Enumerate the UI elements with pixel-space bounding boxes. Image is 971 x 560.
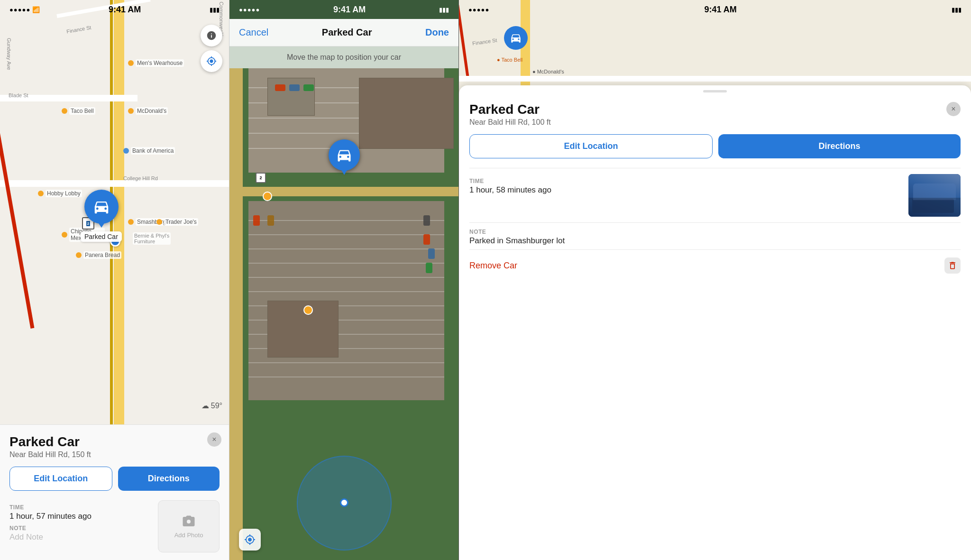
time-value-3: 1 hour, 58 minutes ago (469, 185, 902, 195)
aerial-car-marker (329, 139, 360, 171)
clock-2: 9:41 AM (333, 5, 366, 15)
remove-car-row[interactable]: Remove Car (469, 249, 961, 281)
note-value-3: Parked in Smashburger lot (469, 236, 961, 246)
aerial-car-icon (336, 147, 353, 164)
aerial-top-bar: Cancel Parked Car Done (229, 19, 458, 46)
detail-card-actions: Edit Location Directions (469, 134, 961, 158)
aerial-building-1 (359, 78, 454, 149)
locate-icon-aerial (244, 534, 256, 545)
aerial-poi-2 (303, 305, 313, 315)
small-car-1 (275, 84, 285, 91)
poi-mens-wearhouse: Men's Wearhouse (128, 59, 184, 67)
directions-button-1[interactable]: Directions (118, 467, 220, 491)
poi-trader-joes: Trader Joe's (156, 218, 198, 226)
signal-dots: ●●●●● (9, 6, 30, 13)
note-label-3: NOTE (469, 229, 961, 235)
info-icon (206, 30, 217, 41)
detail-card-title: Parked Car (469, 102, 961, 117)
small-car-8 (428, 248, 435, 259)
aerial-building-2 (267, 78, 315, 116)
small-car-4 (253, 215, 260, 226)
info-button[interactable] (201, 25, 222, 46)
mini-car-icon (510, 32, 522, 44)
signal-3: ●●●●● (468, 6, 489, 13)
car-roof (913, 184, 956, 200)
signal-2: ●●●●● (239, 6, 260, 13)
camera-icon (182, 514, 196, 529)
card-subtitle-1: Near Bald Hill Rd, 150 ft (9, 450, 220, 459)
small-car-2 (289, 84, 300, 91)
label-finance-st: Finance St (66, 25, 92, 35)
time-label-1: TIME (9, 504, 152, 511)
aerial-road-sign: 2 (256, 173, 266, 183)
note-section: NOTE Parked in Smashburger lot (469, 229, 961, 246)
battery-2: ▮▮▮ (439, 6, 449, 13)
card-actions-1: Edit Location Directions (9, 467, 220, 491)
locate-button-1[interactable] (201, 50, 222, 72)
poi-bank-of-america: Bank of America (123, 147, 175, 155)
separator-1 (469, 168, 961, 168)
aerial-title: Parked Car (322, 27, 372, 38)
small-car-6 (423, 215, 430, 226)
locate-button-aerial[interactable] (239, 529, 261, 551)
parked-car-label: Parked Car (81, 231, 122, 242)
detail-card-content: × Parked Car Near Bald Hill Rd, 100 ft E… (459, 102, 971, 292)
panel-detail: ●●●●● 9:41 AM ▮▮▮ Finance St ● Taco Bell… (459, 0, 971, 560)
car-body-detail (912, 199, 954, 213)
label-gundway: Gundway Ave (6, 38, 12, 70)
detail-card-p3: × Parked Car Near Bald Hill Rd, 100 ft E… (459, 85, 971, 560)
status-bar-1: ●●●●● 📶 9:41 AM ▮▮▮ (0, 0, 229, 19)
road-college-hill (0, 180, 229, 187)
note-label-1: NOTE (9, 525, 152, 532)
panel-aerial-map: ●●●●● 9:41 AM ▮▮▮ Cancel Parked Car Done… (229, 0, 459, 560)
clock-3: 9:41 AM (704, 5, 736, 15)
handle-area (459, 85, 971, 102)
drag-handle (703, 90, 727, 92)
edit-location-button-1[interactable]: Edit Location (9, 467, 112, 491)
close-button-3[interactable]: × (946, 102, 961, 116)
battery-icon: ▮▮▮ (210, 6, 220, 13)
small-car-9 (426, 263, 432, 273)
poi-hobby-lobby: Hobby Lobby (38, 190, 82, 197)
aerial-map-view[interactable]: 2 (229, 68, 458, 560)
aerial-hint: Move the map to position your car (229, 46, 458, 68)
map-view-1[interactable]: Finance St Blade St College Hill Rd Gund… (0, 0, 229, 424)
car-marker-1[interactable] (84, 190, 119, 224)
separator-2 (469, 222, 961, 223)
trash-icon-button[interactable] (944, 257, 961, 274)
gps-dot (340, 498, 348, 507)
edit-location-button-3[interactable]: Edit Location (469, 134, 713, 158)
label-college-hill: College Hill Rd (123, 175, 158, 181)
cancel-button-aerial[interactable]: Cancel (239, 27, 268, 38)
status-bar-3: ●●●●● 9:41 AM ▮▮▮ (459, 0, 971, 19)
time-photo-row: TIME 1 hour, 58 minutes ago (469, 174, 961, 217)
small-car-3 (303, 84, 314, 91)
mini-mcdonalds: ● McDonald's (532, 69, 564, 74)
done-button-aerial[interactable]: Done (425, 27, 449, 38)
label-blade: Blade St (9, 92, 28, 98)
add-photo-button[interactable]: Add Photo (158, 500, 220, 552)
mini-taco-bell: ● Taco Bell (497, 57, 522, 63)
signal-area: ●●●●● 📶 (9, 6, 40, 13)
cloud-icon: ☁ (202, 401, 209, 410)
add-photo-label: Add Photo (174, 532, 203, 539)
poi-panera: Panera Bread (76, 251, 121, 259)
directions-button-3[interactable]: Directions (718, 134, 961, 158)
aerial-building-3 (267, 301, 339, 358)
time-value-1: 1 hour, 57 minutes ago (9, 512, 152, 521)
poi-bernie-phyls: Bernie & Phyl'sFurniture (133, 232, 171, 245)
note-value-1[interactable]: Add Note (9, 532, 152, 542)
weather-badge: ☁ 59° (202, 401, 222, 410)
car-photo[interactable] (908, 174, 961, 217)
card-title-1: Parked Car (9, 434, 220, 450)
detail-card-subtitle: Near Bald Hill Rd, 100 ft (469, 118, 961, 127)
trash-icon (948, 261, 957, 270)
card-info-1: TIME 1 hour, 57 minutes ago NOTE Add Not… (9, 500, 220, 552)
poi-mcdonalds: McDonald's (128, 107, 168, 115)
small-car-5 (267, 215, 274, 226)
clock-1: 9:41 AM (109, 5, 141, 15)
close-button-1[interactable]: × (207, 432, 221, 447)
time-section: TIME 1 hour, 58 minutes ago (469, 174, 902, 195)
time-label-3: TIME (469, 178, 902, 184)
locate-icon-1 (206, 56, 217, 66)
